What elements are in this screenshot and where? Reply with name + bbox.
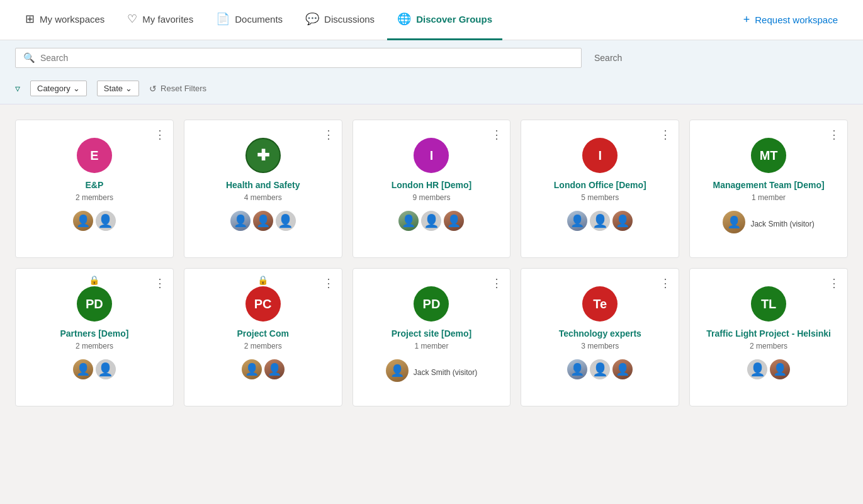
search-input[interactable] — [40, 53, 573, 63]
card-technology-experts: ⋮TeTechnology experts3 members👤👤👤 — [521, 268, 679, 406]
member-avatars-row: 👤👤 — [73, 211, 116, 231]
card-name[interactable]: Management Team [Demo] — [713, 179, 825, 191]
card-menu-button[interactable]: ⋮ — [828, 276, 840, 290]
card-menu-button[interactable]: ⋮ — [491, 276, 502, 290]
nav-item-my-favorites[interactable]: ♡ My favorites — [117, 0, 203, 40]
card-avatar: TL — [751, 286, 786, 322]
card-members-count: 3 members — [581, 342, 619, 350]
member-avatar: 👤 — [253, 211, 273, 231]
card-members-count: 4 members — [244, 193, 282, 202]
nav-item-discover-groups[interactable]: 🌐 Discover Groups — [387, 0, 502, 40]
card-members-count: 2 members — [750, 342, 787, 350]
member-avatar: 👤 — [398, 211, 419, 231]
nav-label-discover-groups: Discover Groups — [416, 14, 492, 25]
card-menu-button[interactable]: ⋮ — [491, 128, 502, 142]
card-name[interactable]: Project site [Demo] — [392, 328, 472, 339]
favorites-icon: ♡ — [127, 12, 137, 26]
nav-label-discussions: Discussions — [324, 14, 375, 25]
card-members-count: 9 members — [412, 193, 450, 202]
card-management-team: ⋮MTManagement Team [Demo]1 member👤Jack S… — [689, 120, 848, 258]
card-project-site-demo: ⋮PDProject site [Demo]1 member👤Jack Smit… — [353, 268, 511, 406]
member-avatar: 👤 — [723, 211, 745, 233]
card-name[interactable]: E&P — [86, 179, 104, 191]
member-avatar: 👤 — [612, 359, 633, 379]
cards-grid: ⋮EE&P2 members👤👤⋮✚Health and Safety4 mem… — [0, 104, 863, 422]
member-avatar: 👤 — [747, 359, 767, 379]
reset-icon: ↺ — [149, 84, 157, 94]
member-avatar: 👤 — [73, 359, 93, 379]
member-avatar: 👤 — [590, 359, 610, 379]
card-menu-button[interactable]: ⋮ — [660, 276, 671, 290]
nav-items: ⊞ My workspaces ♡ My favorites 📄 Documen… — [15, 0, 733, 40]
state-filter-button[interactable]: State ⌄ — [97, 81, 139, 96]
member-avatar: 👤 — [386, 359, 409, 382]
request-workspace-button[interactable]: + Request workspace — [733, 8, 848, 31]
reset-label: Reset Filters — [161, 84, 206, 93]
documents-icon: 📄 — [216, 12, 230, 26]
nav-item-documents[interactable]: 📄 Documents — [206, 0, 293, 40]
card-name[interactable]: Traffic Light Project - Helsinki — [706, 328, 831, 339]
card-traffic-light: ⋮TLTraffic Light Project - Helsinki2 mem… — [689, 268, 848, 406]
member-avatar: 👤 — [612, 211, 633, 231]
card-london-hr: ⋮ILondon HR [Demo]9 members👤👤👤 — [353, 120, 511, 258]
member-avatars-row: 👤👤 — [747, 359, 790, 379]
card-name[interactable]: London Office [Demo] — [554, 179, 646, 191]
search-input-wrap: 🔍 — [15, 48, 582, 68]
card-name[interactable]: Partners [Demo] — [60, 328, 128, 339]
card-health-safety: ⋮✚Health and Safety4 members👤👤👤 — [184, 120, 342, 258]
lock-icon: 🔒 — [89, 275, 99, 285]
card-avatar: I — [414, 138, 449, 173]
category-label: Category — [37, 84, 71, 93]
nav-label-my-workspaces: My workspaces — [40, 14, 104, 25]
nav-item-discussions[interactable]: 💬 Discussions — [295, 0, 385, 40]
card-members-count: 2 members — [76, 193, 113, 202]
card-avatar: PC — [245, 286, 281, 322]
nav-label-documents: Documents — [235, 14, 283, 25]
card-name[interactable]: Technology experts — [559, 328, 641, 339]
card-menu-button[interactable]: ⋮ — [154, 276, 166, 290]
member-row: 👤Jack Smith (visitor) — [386, 359, 477, 382]
card-name[interactable]: Project Com — [237, 328, 288, 339]
member-avatars-row: 👤👤👤 — [230, 211, 296, 231]
member-avatar: 👤 — [567, 359, 587, 379]
member-name: Jack Smith (visitor) — [414, 368, 477, 377]
member-row: 👤Jack Smith (visitor) — [723, 211, 814, 233]
member-avatars-row: 👤👤 — [73, 359, 116, 379]
member-avatars-row: 👤👤👤 — [567, 359, 633, 379]
member-avatar: 👤 — [421, 211, 441, 231]
card-avatar: Te — [582, 286, 618, 322]
member-avatar: 👤 — [230, 211, 251, 231]
category-filter-button[interactable]: Category ⌄ — [30, 81, 87, 96]
plus-icon: + — [743, 13, 750, 26]
search-button[interactable]: Search — [589, 50, 627, 65]
state-label: State — [104, 84, 123, 93]
card-partners-demo: ⋮🔒PDPartners [Demo]2 members👤👤 — [15, 268, 174, 406]
member-avatar: 👤 — [73, 211, 93, 231]
card-name[interactable]: Health and Safety — [226, 179, 300, 191]
member-avatars-row: 👤👤👤 — [567, 211, 633, 231]
card-avatar: PD — [414, 286, 449, 322]
card-menu-button[interactable]: ⋮ — [660, 128, 671, 142]
nav-item-my-workspaces[interactable]: ⊞ My workspaces — [15, 0, 115, 40]
reset-filters-button[interactable]: ↺ Reset Filters — [149, 84, 206, 94]
category-chevron-icon: ⌄ — [73, 84, 80, 93]
card-members-count: 1 member — [414, 342, 448, 350]
card-london-office: ⋮ILondon Office [Demo]5 members👤👤👤 — [521, 120, 679, 258]
member-avatar: 👤 — [444, 211, 464, 231]
member-avatar: 👤 — [96, 359, 116, 379]
card-menu-button[interactable]: ⋮ — [828, 128, 840, 142]
card-menu-button[interactable]: ⋮ — [154, 128, 166, 142]
member-name: Jack Smith (visitor) — [750, 220, 814, 228]
card-name[interactable]: London HR [Demo] — [392, 179, 472, 191]
card-ep: ⋮EE&P2 members👤👤 — [15, 120, 174, 258]
member-avatar: 👤 — [770, 359, 790, 379]
card-logo: ✚ — [245, 138, 281, 173]
lock-icon: 🔒 — [257, 275, 268, 285]
filter-icon: ▿ — [15, 82, 20, 94]
card-menu-button[interactable]: ⋮ — [323, 276, 334, 290]
card-members-count: 1 member — [752, 193, 786, 202]
request-workspace-label: Request workspace — [755, 14, 838, 25]
card-menu-button[interactable]: ⋮ — [323, 128, 334, 142]
search-icon: 🔍 — [23, 52, 35, 64]
card-members-count: 2 members — [244, 342, 282, 350]
